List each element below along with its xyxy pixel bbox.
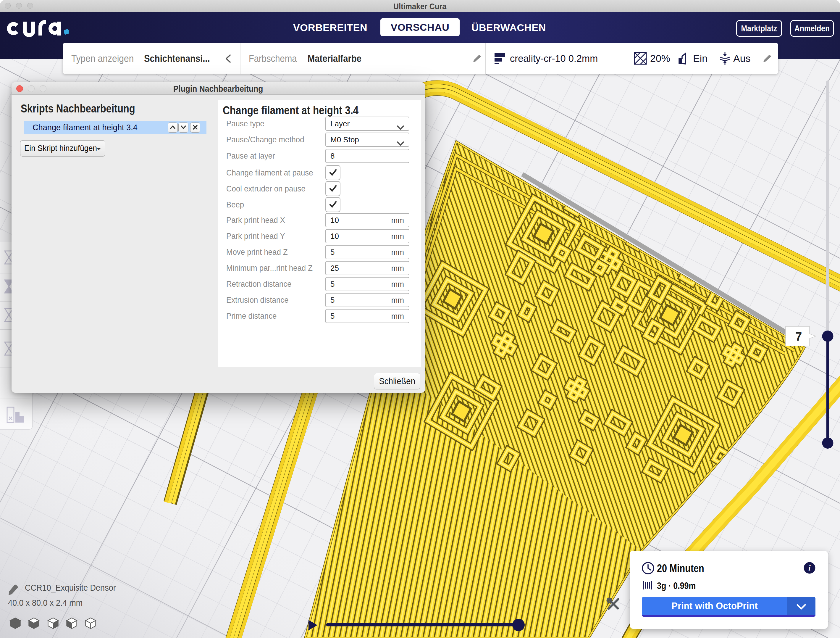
svg-text:7: 7 [795,330,802,343]
svg-text:i: i [808,563,811,572]
